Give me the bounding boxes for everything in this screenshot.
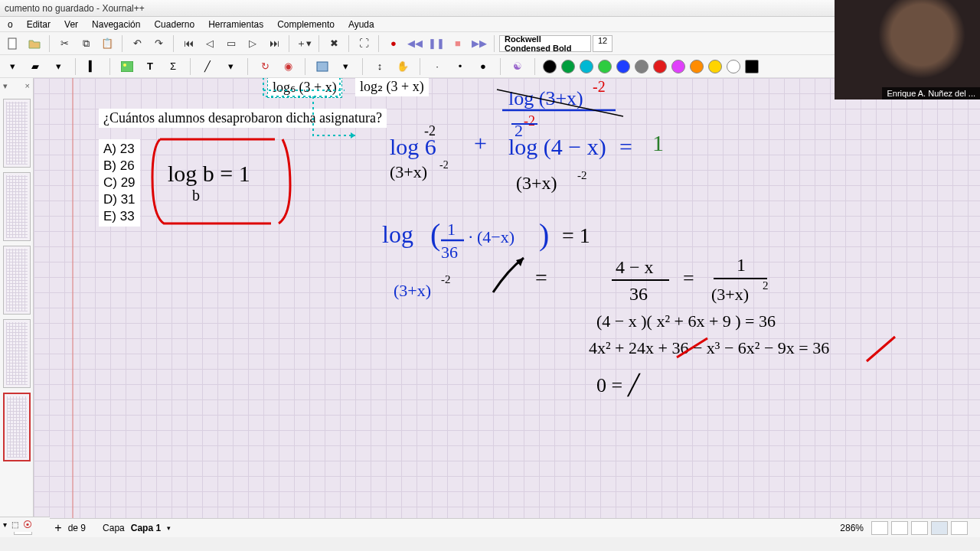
pen-dropdown[interactable]: ▾ bbox=[3, 58, 21, 75]
record-button[interactable]: ● bbox=[384, 34, 403, 53]
color-white[interactable] bbox=[727, 60, 740, 73]
layer-dropdown-icon[interactable]: ▾ bbox=[167, 524, 171, 532]
select-rect-button[interactable] bbox=[313, 58, 332, 75]
webcam-overlay: Enrique A. Nuñez del ... bbox=[835, 0, 980, 99]
forward-button[interactable]: ▶▶ bbox=[469, 34, 489, 53]
first-page-button[interactable]: ⏮ bbox=[178, 34, 198, 53]
medium-line-button[interactable]: • bbox=[451, 58, 469, 75]
page-thumbnail-5[interactable] bbox=[3, 393, 31, 461]
svg-point-2 bbox=[123, 64, 126, 67]
option-d: D) 31 bbox=[103, 191, 136, 208]
new-button[interactable] bbox=[3, 34, 23, 53]
menu-notebook[interactable]: Cuaderno bbox=[148, 18, 201, 31]
delete-page-button[interactable]: ✖ bbox=[324, 34, 344, 53]
vertical-space-button[interactable]: ↕ bbox=[371, 58, 389, 75]
window-title: cumento no guardado - Xournal++ bbox=[5, 3, 145, 14]
option-a: A) 23 bbox=[103, 141, 136, 158]
shape-redo-button[interactable]: ↻ bbox=[256, 58, 274, 75]
ruler-button[interactable]: ╱ bbox=[198, 58, 217, 75]
page-thumbnail-2[interactable] bbox=[3, 172, 31, 241]
highlighter-button[interactable]: ▍ bbox=[83, 58, 102, 75]
menu-file[interactable]: o bbox=[2, 18, 19, 31]
sidebar-close[interactable]: × bbox=[25, 81, 30, 91]
color-gray[interactable] bbox=[635, 60, 648, 73]
redo-button[interactable]: ↷ bbox=[149, 34, 168, 53]
paste-button[interactable]: 📋 bbox=[97, 34, 117, 53]
toolbar-tools: ▾ ▰ ▾ ▍ T Σ ╱ ▾ ↻ ◉ ▾ ↕ ✋ · • ● ☯ bbox=[0, 55, 980, 78]
next-page-button[interactable]: ▷ bbox=[243, 34, 263, 53]
page-of-label: de 9 bbox=[68, 523, 86, 533]
color-orange[interactable] bbox=[690, 60, 704, 73]
text-button[interactable]: T bbox=[141, 58, 159, 75]
sidebar-btn3-icon[interactable]: ⦿ bbox=[23, 520, 32, 530]
color-red[interactable] bbox=[653, 60, 667, 73]
sidebar-btn1-icon[interactable]: ▾ bbox=[3, 520, 7, 529]
page-thumbnail-1[interactable] bbox=[3, 99, 31, 168]
view-single-button[interactable] bbox=[871, 521, 888, 535]
main-area: ▾ × log₆ (3 + x) log₂ (3 + x) ¿Cuántos a… bbox=[0, 78, 980, 518]
window-titlebar: cumento no guardado - Xournal++ bbox=[0, 0, 980, 17]
layer-label: Capa bbox=[103, 523, 125, 533]
sidebar-panel: ▾ × bbox=[0, 78, 34, 518]
fullscreen-button[interactable]: ⛶ bbox=[354, 34, 374, 53]
option-c: C) 29 bbox=[103, 174, 136, 191]
cut-button[interactable]: ✂ bbox=[54, 34, 74, 53]
select-dropdown[interactable]: ▾ bbox=[336, 58, 354, 75]
annotated-button[interactable]: ▭ bbox=[221, 34, 241, 53]
shape-recognize-button[interactable]: ◉ bbox=[279, 58, 297, 75]
view-grid-button[interactable] bbox=[951, 521, 968, 535]
font-name-box[interactable]: Rockwell Condensed Bold bbox=[499, 35, 591, 52]
hand-button[interactable]: ✋ bbox=[394, 58, 412, 75]
eraser-button[interactable]: ▰ bbox=[26, 58, 44, 75]
ruler-dropdown[interactable]: ▾ bbox=[221, 58, 240, 75]
stop-button[interactable]: ■ bbox=[448, 34, 468, 53]
formula-log6: log₆ (3 + x) bbox=[267, 78, 342, 98]
eraser-dropdown[interactable]: ▾ bbox=[49, 58, 67, 75]
open-button[interactable] bbox=[24, 34, 44, 53]
sidebar-btn2-icon[interactable]: ⬚ bbox=[11, 520, 18, 529]
view-continuous-button[interactable] bbox=[891, 521, 908, 535]
svg-rect-3 bbox=[317, 62, 328, 71]
color-black[interactable] bbox=[543, 60, 557, 73]
last-page-button[interactable]: ⏭ bbox=[264, 34, 284, 53]
color-black-square[interactable] bbox=[745, 60, 759, 73]
sidebar-dropdown[interactable]: ▾ bbox=[3, 81, 8, 91]
thick-line-button[interactable]: ● bbox=[474, 58, 492, 75]
webcam-video bbox=[835, 0, 980, 99]
color-blue[interactable] bbox=[616, 60, 630, 73]
page-increment-button[interactable]: + bbox=[51, 521, 64, 535]
menu-help[interactable]: Ayuda bbox=[342, 18, 381, 31]
color-cyan[interactable] bbox=[580, 60, 593, 73]
purple-tool-button[interactable]: ☯ bbox=[508, 58, 527, 75]
page-thumbnail-3[interactable] bbox=[3, 246, 31, 315]
menu-view[interactable]: Ver bbox=[58, 18, 84, 31]
answer-options: A) 23 B) 26 C) 29 D) 31 E) 33 bbox=[99, 139, 140, 227]
insert-page-button[interactable]: ＋▾ bbox=[294, 34, 314, 53]
view-width-button[interactable] bbox=[931, 521, 948, 535]
math-button[interactable]: Σ bbox=[164, 58, 182, 75]
pause-button[interactable]: ❚❚ bbox=[426, 34, 446, 53]
image-button[interactable] bbox=[118, 58, 136, 75]
margin-line bbox=[72, 78, 74, 518]
font-size-box[interactable]: 12 bbox=[593, 35, 612, 52]
thin-line-button[interactable]: · bbox=[428, 58, 446, 75]
menu-tools[interactable]: Herramientas bbox=[202, 18, 270, 31]
rewind-button[interactable]: ◀◀ bbox=[405, 34, 425, 53]
menu-navigation[interactable]: Navegación bbox=[86, 18, 146, 31]
canvas[interactable]: log₆ (3 + x) log₂ (3 + x) ¿Cuántos alumn… bbox=[34, 78, 980, 518]
menu-plugin[interactable]: Complemento bbox=[271, 18, 341, 31]
question-text: ¿Cuántos alumnos desaprobaron dicha asig… bbox=[99, 109, 387, 128]
copy-button[interactable]: ⧉ bbox=[76, 34, 96, 53]
color-magenta[interactable] bbox=[671, 60, 685, 73]
color-green[interactable] bbox=[561, 60, 575, 73]
menu-edit[interactable]: Editar bbox=[21, 18, 57, 31]
color-lime[interactable] bbox=[598, 60, 612, 73]
layer-name[interactable]: Capa 1 bbox=[131, 523, 161, 533]
prev-page-button[interactable]: ◁ bbox=[200, 34, 220, 53]
view-buttons bbox=[871, 521, 968, 535]
page-thumbnail-4[interactable] bbox=[3, 319, 31, 388]
view-fit-button[interactable] bbox=[911, 521, 928, 535]
color-yellow[interactable] bbox=[708, 60, 722, 73]
menubar: o Editar Ver Navegación Cuaderno Herrami… bbox=[0, 17, 980, 32]
undo-button[interactable]: ↶ bbox=[127, 34, 147, 53]
